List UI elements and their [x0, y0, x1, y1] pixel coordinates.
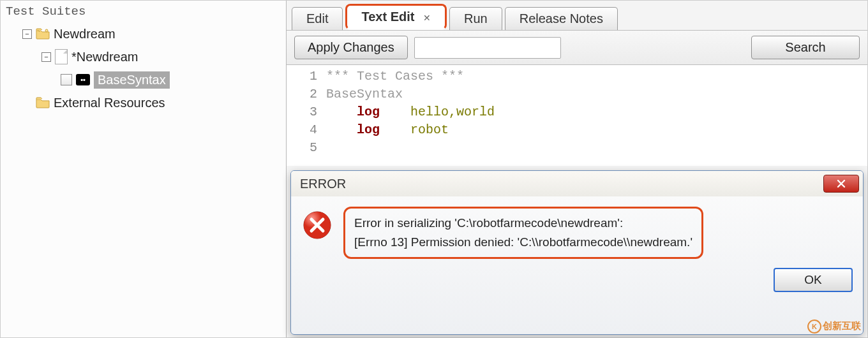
line-number: 3	[287, 103, 326, 121]
file-icon	[55, 49, 68, 64]
tree-node-suite[interactable]: − *Newdream	[7, 45, 286, 68]
dialog-close-button[interactable]	[823, 175, 859, 193]
folder-icon	[36, 28, 50, 40]
code-line: BaseSyntax	[326, 85, 403, 103]
tab-edit[interactable]: Edit	[292, 7, 343, 30]
code-line: *** Test Cases ***	[326, 68, 464, 85]
dialog-title: ERROR	[300, 177, 346, 191]
svg-point-0	[45, 29, 48, 32]
watermark: K创新互联	[807, 320, 861, 334]
app-window: Test Suites − Newdream − *Newdream •• Ba…	[0, 0, 868, 338]
code-line: log hello,world	[326, 103, 495, 121]
tab-label: Text Edit	[361, 10, 414, 24]
line-number: 1	[287, 68, 326, 85]
dialog-titlebar: ERROR	[291, 171, 863, 196]
tab-bar: Edit Text Edit ✕ Run Release Notes	[287, 2, 867, 30]
tree: − Newdream − *Newdream •• BaseSyntax	[1, 22, 286, 114]
tree-label: Newdream	[54, 27, 116, 41]
tab-label: Release Notes	[520, 11, 603, 26]
tree-label-selected: BaseSyntax	[94, 71, 170, 89]
tab-run[interactable]: Run	[449, 7, 502, 30]
error-line: Error in serializing 'C:\robotfarmecode\…	[354, 214, 692, 233]
line-number: 2	[287, 85, 326, 103]
expander-icon[interactable]: −	[41, 52, 51, 62]
error-line: [Errno 13] Permission denied: 'C:\\robot…	[354, 233, 692, 252]
error-dialog: ERROR Error in serializing 'C:\robotfarm…	[290, 170, 864, 335]
search-button[interactable]: Search	[751, 36, 860, 59]
expander-icon[interactable]: −	[22, 29, 32, 39]
button-label: OK	[804, 273, 821, 287]
line-number: 4	[287, 121, 326, 139]
tree-label: External Resources	[54, 96, 165, 110]
tab-label: Run	[464, 11, 488, 26]
ok-button[interactable]: OK	[774, 268, 853, 292]
checkbox[interactable]	[61, 74, 72, 85]
panel-title: Test Suites	[1, 4, 286, 22]
close-icon	[837, 179, 846, 188]
tree-label: *Newdream	[71, 50, 138, 64]
tab-label: Edit	[306, 11, 328, 26]
code-line: log robot	[326, 121, 449, 139]
error-icon	[303, 210, 332, 240]
tree-node-root[interactable]: − Newdream	[7, 22, 286, 45]
search-input[interactable]	[414, 37, 561, 59]
error-message-box: Error in serializing 'C:\robotfarmecode\…	[343, 207, 703, 259]
robot-icon: ••	[76, 74, 90, 85]
code-editor[interactable]: 1*** Test Cases *** 2BaseSyntax 3 log he…	[287, 64, 867, 166]
close-icon[interactable]: ✕	[423, 13, 431, 23]
line-number: 5	[287, 139, 326, 157]
tree-node-case[interactable]: •• BaseSyntax	[7, 68, 286, 91]
tab-text-edit[interactable]: Text Edit ✕	[345, 4, 447, 30]
test-suites-panel: Test Suites − Newdream − *Newdream •• Ba…	[1, 1, 287, 337]
tab-release-notes[interactable]: Release Notes	[505, 7, 618, 30]
toolbar: Apply Changes Search	[287, 30, 867, 64]
apply-changes-button[interactable]: Apply Changes	[294, 36, 408, 59]
folder-icon	[36, 97, 50, 108]
tree-node-external[interactable]: External Resources	[7, 91, 286, 114]
editor-panel: Edit Text Edit ✕ Run Release Notes Apply…	[287, 1, 867, 337]
